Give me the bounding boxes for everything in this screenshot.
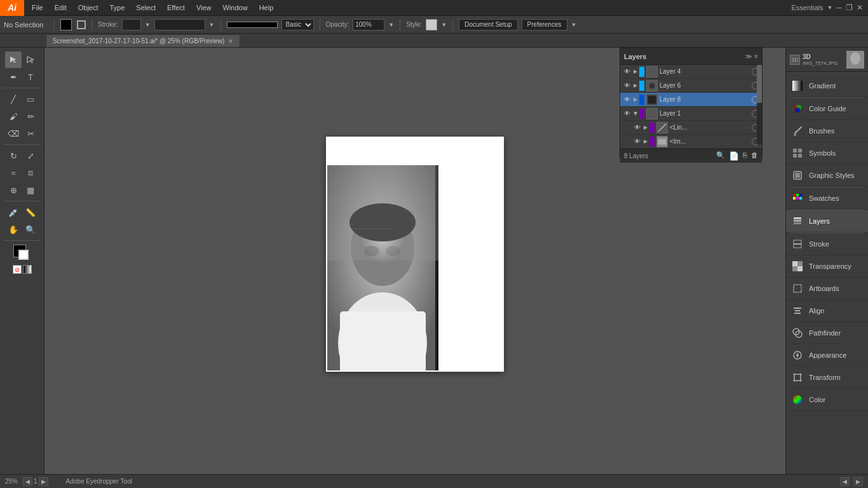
panel-item-layers[interactable]: Layers <box>786 210 868 233</box>
zoom-out-button[interactable]: ▶ <box>39 477 48 486</box>
svg-point-23 <box>795 107 800 112</box>
layers-search-icon[interactable]: 🔍 <box>716 151 725 161</box>
layer-1-expand-icon[interactable]: ▶ <box>633 112 639 116</box>
svg-rect-43 <box>797 266 803 271</box>
scale-tool[interactable]: ⤢ <box>22 147 39 164</box>
workspace-label: Essentials <box>791 4 823 11</box>
pen-tool[interactable]: ✒ <box>5 69 22 85</box>
layer-row-lin[interactable]: 👁 ▶ <Lin... <box>620 121 762 135</box>
doc-setup-button[interactable]: Document Setup <box>459 19 518 30</box>
layer-im-eye-icon[interactable]: 👁 <box>633 137 642 146</box>
zoom-tool[interactable]: 🔍 <box>22 221 39 238</box>
preferences-button[interactable]: Preferences <box>522 19 567 30</box>
layer-8-expand-icon[interactable]: ▶ <box>634 97 637 102</box>
layer-6-eye-icon[interactable]: 👁 <box>623 81 632 90</box>
layer-lin-expand-icon[interactable]: ▶ <box>644 125 648 130</box>
menu-select[interactable]: Select <box>131 3 161 13</box>
style-color-box[interactable] <box>426 19 437 30</box>
rect-tool[interactable]: ▭ <box>22 91 39 107</box>
doc-tab-close-icon[interactable]: ✕ <box>228 38 233 44</box>
layer-6-expand-icon[interactable]: ▶ <box>634 83 637 88</box>
layers-scrollbar-thumb[interactable] <box>757 65 762 103</box>
free-transform-tool[interactable]: ⧈ <box>22 165 39 181</box>
doc-tab-active[interactable]: Screenshot_2017-10-27-17-10-51.ai* @ 25%… <box>46 34 240 47</box>
layers-copy-icon[interactable]: ⎘ <box>743 151 747 161</box>
right-properties-panel: 3D 3D IMG_7574.JPG Gradient C <box>785 48 868 474</box>
eyedropper-tool[interactable]: 💉 <box>5 204 22 220</box>
zoom-fit-button[interactable]: ◀ <box>23 477 32 486</box>
window-minimize-icon[interactable]: ─ <box>836 3 842 12</box>
layer-row-im[interactable]: 👁 ▶ <Im... <box>620 135 762 149</box>
layers-footer: 8 Layers 🔍 📄 ⎘ 🗑 <box>620 149 762 163</box>
type-tool[interactable]: T <box>22 69 39 85</box>
workspace-selector[interactable]: Essentials ▼ ─ ❐ ✕ <box>791 3 868 12</box>
blend-tool[interactable]: ⊕ <box>5 182 22 198</box>
panel-item-artboards[interactable]: Artboards <box>786 278 868 300</box>
panel-item-transform[interactable]: Transform <box>786 367 868 389</box>
measure-tool[interactable]: 📏 <box>22 204 39 220</box>
layers-delete-icon[interactable]: 🗑 <box>751 151 758 161</box>
layers-scrollbar[interactable] <box>757 65 762 144</box>
panel-item-graphic-styles[interactable]: Graphic Styles <box>786 165 868 187</box>
menu-help[interactable]: Help <box>254 3 279 13</box>
panel-item-stroke[interactable]: Stroke <box>786 233 868 255</box>
layer-4-expand-icon[interactable]: ▶ <box>634 69 637 74</box>
nav-next-button[interactable]: ▶ <box>853 477 863 486</box>
menu-window[interactable]: Window <box>218 3 253 13</box>
stroke-value-input[interactable] <box>154 19 205 30</box>
eraser-tool[interactable]: ⌫ <box>5 125 22 142</box>
nav-prev-button[interactable]: ◀ <box>840 477 850 486</box>
panel-item-pathfinder[interactable]: Pathfinder <box>786 322 868 344</box>
layer-1-eye-icon[interactable]: 👁 <box>623 109 632 118</box>
layer-8-eye-icon[interactable]: 👁 <box>623 95 632 104</box>
panel-item-align[interactable]: Align <box>786 300 868 322</box>
layer-row-6[interactable]: 👁 ▶ Layer 6 <box>620 79 762 93</box>
panel-item-swatches[interactable]: Swatches <box>786 187 868 210</box>
direct-selection-tool[interactable] <box>22 51 39 68</box>
panel-item-appearance[interactable]: Appearance <box>786 344 868 367</box>
pencil-tool[interactable]: ✏ <box>22 108 39 125</box>
menu-view[interactable]: View <box>191 3 217 13</box>
stroke-color-indicator[interactable] <box>77 20 86 29</box>
line-tool[interactable]: ╱ <box>5 91 22 107</box>
hand-tool[interactable]: ✋ <box>5 221 22 238</box>
layer-row-1[interactable]: 👁 ▶ Layer 1 <box>620 107 762 121</box>
layer-4-eye-icon[interactable]: 👁 <box>623 67 632 76</box>
selection-tool[interactable] <box>5 51 22 68</box>
column-graph-tool[interactable]: ▦ <box>22 182 39 198</box>
panel-item-color[interactable]: Color <box>786 389 868 411</box>
paintbrush-tool[interactable]: 🖌 <box>5 108 22 125</box>
layer-row-8[interactable]: 👁 ▶ Layer 8 <box>620 93 762 107</box>
color-mode-gradient[interactable] <box>23 265 32 274</box>
panel-item-color-guide[interactable]: Color Guide <box>786 98 868 120</box>
menu-effect[interactable]: Effect <box>162 3 190 13</box>
stroke-input[interactable] <box>122 19 141 30</box>
layers-menu-icon[interactable]: ≡ <box>754 53 758 60</box>
panel-item-brushes[interactable]: Brushes <box>786 120 868 142</box>
stroke-color-swatch[interactable] <box>18 250 29 260</box>
transparency-label: Transparency <box>809 262 851 270</box>
layers-add-icon[interactable]: 📄 <box>729 151 739 161</box>
menu-type[interactable]: Type <box>105 3 130 13</box>
opacity-input[interactable]: 100% <box>353 19 384 30</box>
panel-item-transparency[interactable]: Transparency <box>786 255 868 278</box>
window-close-icon[interactable]: ✕ <box>857 3 863 12</box>
stroke-style-select[interactable]: Basic <box>281 19 314 30</box>
menu-file[interactable]: File <box>27 3 48 13</box>
scissors-tool[interactable]: ✂ <box>22 125 39 142</box>
warp-tool[interactable]: ≈ <box>5 165 22 181</box>
panel-item-gradient[interactable]: Gradient <box>786 75 868 97</box>
layer-im-expand-icon[interactable]: ▶ <box>644 139 648 144</box>
window-restore-icon[interactable]: ❐ <box>846 3 853 12</box>
rotate-tool[interactable]: ↻ <box>5 147 22 164</box>
layer-row-4[interactable]: 👁 ▶ Layer 4 <box>620 65 762 79</box>
svg-point-58 <box>793 395 802 404</box>
fill-color-box[interactable] <box>60 19 72 30</box>
layer-lin-eye-icon[interactable]: 👁 <box>633 123 642 132</box>
layers-expand-icon[interactable]: ≫ <box>745 53 752 60</box>
color-mode-none[interactable]: ⊘ <box>13 265 22 274</box>
menu-edit[interactable]: Edit <box>50 3 72 13</box>
canvas-image <box>327 165 438 370</box>
panel-item-symbols[interactable]: Symbols <box>786 142 868 165</box>
menu-object[interactable]: Object <box>73 3 104 13</box>
